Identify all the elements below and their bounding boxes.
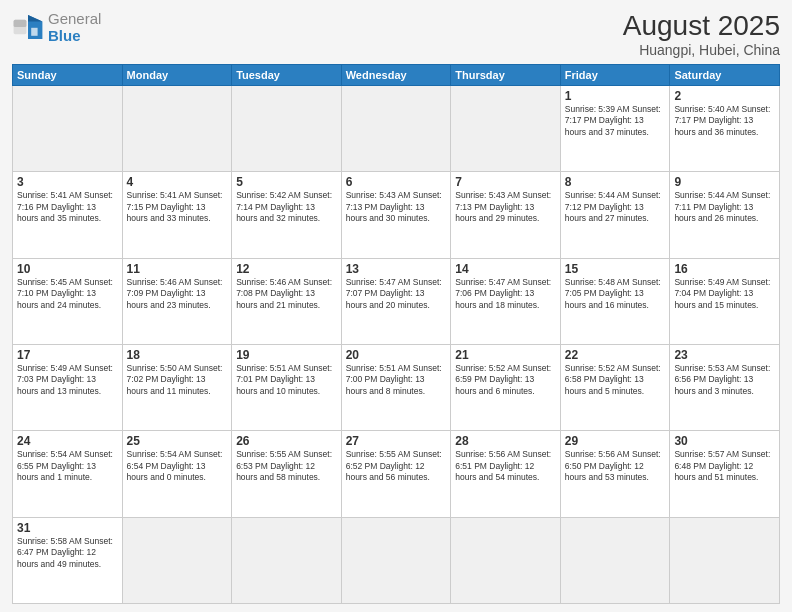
cell-day-number: 2: [674, 89, 775, 103]
cell-day-number: 14: [455, 262, 556, 276]
cell-day-number: 24: [17, 434, 118, 448]
calendar-cell: 28Sunrise: 5:56 AM Sunset: 6:51 PM Dayli…: [451, 431, 561, 517]
cell-info-text: Sunrise: 5:54 AM Sunset: 6:55 PM Dayligh…: [17, 449, 118, 483]
calendar-week-row: 3Sunrise: 5:41 AM Sunset: 7:16 PM Daylig…: [13, 172, 780, 258]
svg-marker-3: [28, 15, 42, 21]
calendar-cell: [122, 86, 232, 172]
calendar-cell: [341, 517, 451, 603]
calendar-cell: 29Sunrise: 5:56 AM Sunset: 6:50 PM Dayli…: [560, 431, 670, 517]
cell-day-number: 30: [674, 434, 775, 448]
calendar-week-row: 31Sunrise: 5:58 AM Sunset: 6:47 PM Dayli…: [13, 517, 780, 603]
calendar-cell: 5Sunrise: 5:42 AM Sunset: 7:14 PM Daylig…: [232, 172, 342, 258]
cell-info-text: Sunrise: 5:41 AM Sunset: 7:15 PM Dayligh…: [127, 190, 228, 224]
cell-info-text: Sunrise: 5:43 AM Sunset: 7:13 PM Dayligh…: [346, 190, 447, 224]
cell-info-text: Sunrise: 5:40 AM Sunset: 7:17 PM Dayligh…: [674, 104, 775, 138]
calendar-cell: 1Sunrise: 5:39 AM Sunset: 7:17 PM Daylig…: [560, 86, 670, 172]
cell-info-text: Sunrise: 5:43 AM Sunset: 7:13 PM Dayligh…: [455, 190, 556, 224]
calendar-week-row: 17Sunrise: 5:49 AM Sunset: 7:03 PM Dayli…: [13, 344, 780, 430]
cell-info-text: Sunrise: 5:46 AM Sunset: 7:08 PM Dayligh…: [236, 277, 337, 311]
calendar-cell: [13, 86, 123, 172]
calendar-cell: 8Sunrise: 5:44 AM Sunset: 7:12 PM Daylig…: [560, 172, 670, 258]
calendar-cell: 4Sunrise: 5:41 AM Sunset: 7:15 PM Daylig…: [122, 172, 232, 258]
calendar-week-row: 24Sunrise: 5:54 AM Sunset: 6:55 PM Dayli…: [13, 431, 780, 517]
calendar-cell: [341, 86, 451, 172]
cell-day-number: 19: [236, 348, 337, 362]
calendar-cell: 26Sunrise: 5:55 AM Sunset: 6:53 PM Dayli…: [232, 431, 342, 517]
cell-day-number: 1: [565, 89, 666, 103]
cell-info-text: Sunrise: 5:48 AM Sunset: 7:05 PM Dayligh…: [565, 277, 666, 311]
calendar-cell: 6Sunrise: 5:43 AM Sunset: 7:13 PM Daylig…: [341, 172, 451, 258]
cell-info-text: Sunrise: 5:56 AM Sunset: 6:50 PM Dayligh…: [565, 449, 666, 483]
calendar-cell: 22Sunrise: 5:52 AM Sunset: 6:58 PM Dayli…: [560, 344, 670, 430]
logo-text: General Blue: [48, 10, 101, 44]
calendar-cell: [122, 517, 232, 603]
weekday-header: Sunday: [13, 65, 123, 86]
calendar-week-row: 1Sunrise: 5:39 AM Sunset: 7:17 PM Daylig…: [13, 86, 780, 172]
cell-day-number: 12: [236, 262, 337, 276]
cell-day-number: 4: [127, 175, 228, 189]
calendar-cell: 13Sunrise: 5:47 AM Sunset: 7:07 PM Dayli…: [341, 258, 451, 344]
calendar-header-row: SundayMondayTuesdayWednesdayThursdayFrid…: [13, 65, 780, 86]
location: Huangpi, Hubei, China: [623, 42, 780, 58]
cell-info-text: Sunrise: 5:55 AM Sunset: 6:52 PM Dayligh…: [346, 449, 447, 483]
calendar-cell: [670, 517, 780, 603]
cell-day-number: 7: [455, 175, 556, 189]
weekday-header: Monday: [122, 65, 232, 86]
cell-day-number: 31: [17, 521, 118, 535]
svg-rect-4: [31, 28, 37, 36]
calendar-cell: 25Sunrise: 5:54 AM Sunset: 6:54 PM Dayli…: [122, 431, 232, 517]
calendar-cell: 16Sunrise: 5:49 AM Sunset: 7:04 PM Dayli…: [670, 258, 780, 344]
calendar-cell: 3Sunrise: 5:41 AM Sunset: 7:16 PM Daylig…: [13, 172, 123, 258]
cell-info-text: Sunrise: 5:46 AM Sunset: 7:09 PM Dayligh…: [127, 277, 228, 311]
cell-day-number: 8: [565, 175, 666, 189]
svg-rect-1: [14, 20, 27, 27]
cell-day-number: 3: [17, 175, 118, 189]
calendar-cell: 17Sunrise: 5:49 AM Sunset: 7:03 PM Dayli…: [13, 344, 123, 430]
calendar-cell: 18Sunrise: 5:50 AM Sunset: 7:02 PM Dayli…: [122, 344, 232, 430]
weekday-header: Saturday: [670, 65, 780, 86]
cell-info-text: Sunrise: 5:56 AM Sunset: 6:51 PM Dayligh…: [455, 449, 556, 483]
cell-info-text: Sunrise: 5:45 AM Sunset: 7:10 PM Dayligh…: [17, 277, 118, 311]
calendar-cell: 19Sunrise: 5:51 AM Sunset: 7:01 PM Dayli…: [232, 344, 342, 430]
cell-info-text: Sunrise: 5:55 AM Sunset: 6:53 PM Dayligh…: [236, 449, 337, 483]
cell-info-text: Sunrise: 5:49 AM Sunset: 7:03 PM Dayligh…: [17, 363, 118, 397]
cell-day-number: 13: [346, 262, 447, 276]
cell-day-number: 26: [236, 434, 337, 448]
cell-info-text: Sunrise: 5:44 AM Sunset: 7:12 PM Dayligh…: [565, 190, 666, 224]
calendar-cell: 15Sunrise: 5:48 AM Sunset: 7:05 PM Dayli…: [560, 258, 670, 344]
calendar-cell: 31Sunrise: 5:58 AM Sunset: 6:47 PM Dayli…: [13, 517, 123, 603]
cell-day-number: 20: [346, 348, 447, 362]
cell-info-text: Sunrise: 5:58 AM Sunset: 6:47 PM Dayligh…: [17, 536, 118, 570]
weekday-header: Thursday: [451, 65, 561, 86]
cell-info-text: Sunrise: 5:41 AM Sunset: 7:16 PM Dayligh…: [17, 190, 118, 224]
calendar-cell: [232, 86, 342, 172]
logo-icon: [12, 13, 44, 41]
calendar-cell: 20Sunrise: 5:51 AM Sunset: 7:00 PM Dayli…: [341, 344, 451, 430]
cell-info-text: Sunrise: 5:50 AM Sunset: 7:02 PM Dayligh…: [127, 363, 228, 397]
calendar-cell: 30Sunrise: 5:57 AM Sunset: 6:48 PM Dayli…: [670, 431, 780, 517]
cell-day-number: 28: [455, 434, 556, 448]
cell-info-text: Sunrise: 5:39 AM Sunset: 7:17 PM Dayligh…: [565, 104, 666, 138]
weekday-header: Tuesday: [232, 65, 342, 86]
cell-info-text: Sunrise: 5:51 AM Sunset: 7:00 PM Dayligh…: [346, 363, 447, 397]
cell-info-text: Sunrise: 5:44 AM Sunset: 7:11 PM Dayligh…: [674, 190, 775, 224]
calendar-cell: 14Sunrise: 5:47 AM Sunset: 7:06 PM Dayli…: [451, 258, 561, 344]
cell-day-number: 15: [565, 262, 666, 276]
calendar-cell: 27Sunrise: 5:55 AM Sunset: 6:52 PM Dayli…: [341, 431, 451, 517]
cell-day-number: 25: [127, 434, 228, 448]
cell-day-number: 9: [674, 175, 775, 189]
cell-day-number: 5: [236, 175, 337, 189]
calendar-week-row: 10Sunrise: 5:45 AM Sunset: 7:10 PM Dayli…: [13, 258, 780, 344]
calendar-cell: 10Sunrise: 5:45 AM Sunset: 7:10 PM Dayli…: [13, 258, 123, 344]
cell-info-text: Sunrise: 5:54 AM Sunset: 6:54 PM Dayligh…: [127, 449, 228, 483]
cell-info-text: Sunrise: 5:49 AM Sunset: 7:04 PM Dayligh…: [674, 277, 775, 311]
cell-info-text: Sunrise: 5:57 AM Sunset: 6:48 PM Dayligh…: [674, 449, 775, 483]
cell-day-number: 17: [17, 348, 118, 362]
calendar-cell: 2Sunrise: 5:40 AM Sunset: 7:17 PM Daylig…: [670, 86, 780, 172]
calendar-cell: [560, 517, 670, 603]
cell-day-number: 21: [455, 348, 556, 362]
cell-day-number: 10: [17, 262, 118, 276]
cell-day-number: 6: [346, 175, 447, 189]
weekday-header: Friday: [560, 65, 670, 86]
cell-day-number: 22: [565, 348, 666, 362]
